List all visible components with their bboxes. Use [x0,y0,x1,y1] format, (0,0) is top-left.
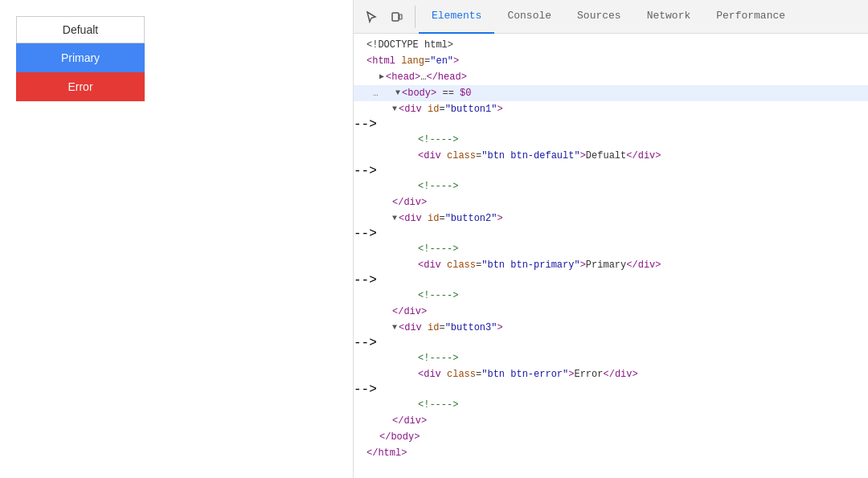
code-line[interactable]: <div class="btn btn-default">Defualt</di… [354,148,868,164]
devtools-pane: Elements Console Sources Network Perform… [354,0,868,478]
preview-pane: Defualt Primary Error [0,0,354,478]
code-line[interactable]: </div> [354,194,868,210]
code-line[interactable]: <!----> [354,350,868,366]
code-line[interactable]: <html lang="en"> [354,53,868,69]
devtools-content: <!DOCTYPE html> <html lang="en"> ▶ <head… [354,34,868,478]
code-line[interactable]: </div> [354,413,868,429]
devtools-tabs: Elements Console Sources Network Perform… [419,0,798,34]
device-icon[interactable] [386,6,408,28]
toolbar-icons [360,6,416,28]
code-line[interactable]: ▶ <head>…</head> [354,69,868,85]
primary-button[interactable]: Primary [16,43,145,72]
default-button[interactable]: Defualt [16,16,145,43]
code-line[interactable]: </body> [354,429,868,445]
code-line[interactable]: <!DOCTYPE html> [354,37,868,53]
code-line[interactable]: </html> [354,445,868,461]
code-line[interactable]: ▼ <div id="button2"> [354,210,868,227]
code-line[interactable]: <!----> [354,288,868,304]
expand-arrow[interactable]: ▼ [392,102,397,116]
expand-arrow[interactable]: ▶ [379,70,384,84]
devtools-toolbar: Elements Console Sources Network Perform… [354,0,868,34]
error-button[interactable]: Error [16,72,145,101]
code-line[interactable]: <div class="btn btn-primary">Primary</di… [354,257,868,273]
tab-performance[interactable]: Performance [703,0,798,34]
code-line[interactable]: </div> [354,304,868,320]
code-line[interactable]: <div class="btn btn-error">Error</div> [354,366,868,382]
code-line[interactable]: <!----> [354,397,868,413]
svg-rect-0 [392,13,399,21]
code-line[interactable]: ▼ <div id="button3"> [354,320,868,336]
expand-arrow[interactable]: ▼ [392,211,397,226]
expand-arrow[interactable]: ▼ [395,86,400,100]
svg-rect-1 [399,14,402,19]
code-line[interactable]: <!----> [354,241,868,257]
code-line[interactable]: ▼ <div id="button1"> [354,101,868,117]
expand-arrow[interactable]: ▼ [392,321,397,335]
tab-sources[interactable]: Sources [564,0,634,34]
tab-elements[interactable]: Elements [419,0,494,34]
code-line[interactable]: <!----> [354,132,868,148]
code-line[interactable]: <!----> [354,178,868,194]
cursor-icon[interactable] [360,6,383,28]
tab-console[interactable]: Console [494,0,564,34]
code-line-body[interactable]: … ▼ <body> == $0 [354,85,868,101]
tab-network[interactable]: Network [634,0,704,34]
